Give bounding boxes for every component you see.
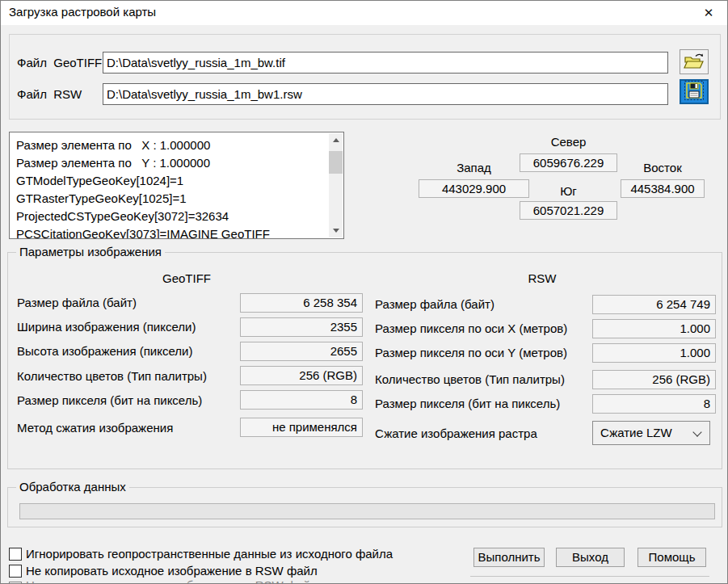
west-value: 443029.900 xyxy=(419,179,529,198)
compression-selected-value: Сжатие LZW xyxy=(600,426,672,439)
exit-button[interactable]: Выход xyxy=(556,548,625,567)
clipped-ghost-text: Не копировать исходное изображение в RSW… xyxy=(26,578,318,584)
file-frame xyxy=(9,34,721,120)
south-label: Юг xyxy=(520,183,617,200)
param-label: Размер пикселя по оси Y (метров) xyxy=(375,345,567,361)
save-floppy-icon xyxy=(684,81,704,103)
geotiff-column-header: GeoTIFF xyxy=(114,271,259,287)
north-value: 6059676.229 xyxy=(520,153,617,172)
scroll-down-icon[interactable] xyxy=(329,224,343,237)
param-value: 6 258 354 xyxy=(240,293,363,313)
param-label: Количество цветов (Тип палитры) xyxy=(375,372,565,388)
param-label: Размер файла (байт) xyxy=(375,296,494,313)
param-label: Размер пикселя (бит на пиксель) xyxy=(17,393,202,409)
checkbox-ignore-geodata[interactable] xyxy=(9,548,22,561)
east-value: 445384.900 xyxy=(621,179,705,198)
checkbox-no-copy-image[interactable] xyxy=(9,565,22,578)
clipped-divider xyxy=(470,576,709,577)
progress-bar xyxy=(19,503,715,519)
processing-title: Обработка данных xyxy=(16,479,129,495)
metadata-line: Размер элемента по Y : 1.000000 xyxy=(10,154,330,172)
dialog-load-raster-map: Загрузка растровой карты ✕ Файл GeoTIFF … xyxy=(0,0,728,584)
compression-label: Сжатие изображения растра xyxy=(375,426,537,442)
param-label: Размер пикселя (бит на пиксель) xyxy=(375,396,560,412)
param-value: 256 (RGB) xyxy=(592,370,716,389)
metadata-line: Размер элемента по X : 1.000000 xyxy=(10,137,330,154)
param-value: 2355 xyxy=(240,317,363,337)
rsw-file-label: Файл RSW xyxy=(17,86,82,103)
metadata-line: PCSCitationGeoKey[3073]=IMAGINE GeoTIFF xyxy=(10,225,330,239)
metadata-line: ProjectedCSTypeGeoKey[3072]=32634 xyxy=(10,208,330,225)
west-label: Запад xyxy=(419,160,529,176)
metadata-scrollbar[interactable] xyxy=(329,133,343,237)
geotiff-metadata-list[interactable]: Размер элемента по X : 1.000000 Размер э… xyxy=(9,132,344,239)
param-label: Количество цветов (Тип палитры) xyxy=(17,368,207,384)
checkbox-no-copy-image-label: Не копировать исходное изображение в RSW… xyxy=(26,563,318,579)
param-label: Размер пикселя по оси X (метров) xyxy=(375,321,567,337)
dialog-title: Загрузка растровой карты xyxy=(9,5,156,19)
south-value: 6057021.229 xyxy=(520,201,617,220)
title-bar: Загрузка растровой карты ✕ xyxy=(1,1,727,25)
image-params-title: Параметры изображения xyxy=(16,244,165,260)
east-label: Восток xyxy=(621,160,705,176)
compression-dropdown[interactable]: Сжатие LZW xyxy=(592,421,710,445)
execute-button[interactable]: Выполнить xyxy=(473,548,545,567)
param-value: 1.000 xyxy=(592,343,716,363)
param-label: Ширина изображения (пиксели) xyxy=(17,319,196,335)
metadata-line: GTRasterTypeGeoKey[1025]=1 xyxy=(10,190,330,208)
geotiff-file-label: Файл GeoTIFF xyxy=(17,55,102,71)
scrollbar-thumb[interactable] xyxy=(329,151,343,174)
open-geotiff-button[interactable] xyxy=(680,49,709,74)
rsw-column-header: RSW xyxy=(473,271,611,287)
metadata-line: GTModelTypeGeoKey[1024]=1 xyxy=(10,172,330,190)
processing-group: Обработка данных xyxy=(7,487,722,527)
checkbox-ignore-geodata-label: Игнорировать геопространственные данные … xyxy=(26,546,393,562)
param-value: 2655 xyxy=(240,342,363,361)
rsw-path-input[interactable] xyxy=(103,83,668,105)
param-value: не применялся xyxy=(240,418,363,437)
close-icon[interactable]: ✕ xyxy=(690,1,727,24)
param-label: Размер файла (байт) xyxy=(17,295,137,311)
param-value: 8 xyxy=(240,390,363,410)
param-value: 1.000 xyxy=(592,319,716,338)
save-rsw-button[interactable] xyxy=(680,79,709,104)
help-button[interactable]: Помощь xyxy=(638,548,706,567)
param-value: 256 (RGB) xyxy=(240,366,363,385)
chevron-down-icon xyxy=(692,427,701,436)
param-label: Высота изображения (пиксели) xyxy=(17,343,192,359)
folder-open-icon xyxy=(684,53,705,72)
north-label: Север xyxy=(520,134,617,150)
param-value: 6 254 749 xyxy=(592,295,716,314)
geotiff-path-input[interactable] xyxy=(103,52,668,74)
param-value: 8 xyxy=(592,394,716,414)
param-label: Метод сжатия изображения xyxy=(17,420,173,436)
scroll-up-icon[interactable] xyxy=(329,133,343,147)
